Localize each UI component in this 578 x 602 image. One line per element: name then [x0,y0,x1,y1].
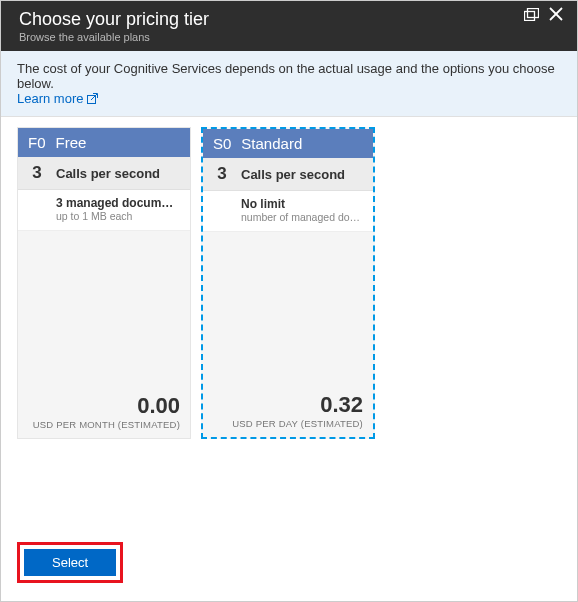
tier-code: S0 [213,135,231,152]
tier-detail: 3 managed documents up to 1 MB each [18,190,190,231]
tier-price-amount: 0.32 [213,392,363,418]
tier-list: F0 Free 3 Calls per second 3 managed doc… [1,117,577,439]
svg-line-5 [91,94,97,100]
tier-detail-secondary: number of managed docu... [241,211,363,223]
tier-header: S0 Standard [203,129,373,158]
info-banner: The cost of your Cognitive Services depe… [1,51,577,117]
tier-price: 0.00 USD PER MONTH (ESTIMATED) [18,387,190,438]
tier-card-s0[interactable]: S0 Standard 3 Calls per second No limit … [201,127,375,439]
tier-name: Standard [241,135,302,152]
external-link-icon [87,93,98,104]
tier-calls-label: Calls per second [241,167,345,182]
tier-detail: No limit number of managed docu... [203,191,373,232]
info-banner-text: The cost of your Cognitive Services depe… [17,61,555,91]
select-highlight: Select [17,542,123,583]
tier-spacer [203,232,373,386]
tier-calls-row: 3 Calls per second [203,158,373,191]
tier-detail-primary: 3 managed documents [56,196,180,210]
tier-price: 0.32 USD PER DAY (ESTIMATED) [203,386,373,437]
blade-header: Choose your pricing tier Browse the avai… [1,1,577,51]
restore-icon[interactable] [524,8,539,21]
tier-calls-label: Calls per second [56,166,160,181]
tier-code: F0 [28,134,46,151]
tier-price-caption: USD PER DAY (ESTIMATED) [213,418,363,429]
tier-calls-num: 3 [213,164,231,184]
header-controls [524,7,563,21]
tier-header: F0 Free [18,128,190,157]
tier-price-amount: 0.00 [28,393,180,419]
learn-more-label: Learn more [17,91,83,106]
blade-title: Choose your pricing tier [19,9,524,30]
tier-name: Free [56,134,87,151]
tier-calls-num: 3 [28,163,46,183]
svg-rect-1 [528,8,539,17]
tier-spacer [18,231,190,387]
svg-rect-0 [525,11,535,20]
tier-detail-primary: No limit [241,197,363,211]
footer: Select [1,530,577,601]
learn-more-link[interactable]: Learn more [17,91,98,106]
close-icon[interactable] [549,7,563,21]
header-text-block: Choose your pricing tier Browse the avai… [19,9,524,43]
content-fill [1,439,577,530]
tier-price-caption: USD PER MONTH (ESTIMATED) [28,419,180,430]
tier-calls-row: 3 Calls per second [18,157,190,190]
blade-subtitle: Browse the available plans [19,31,524,43]
tier-card-f0[interactable]: F0 Free 3 Calls per second 3 managed doc… [17,127,191,439]
tier-detail-secondary: up to 1 MB each [56,210,180,222]
select-button[interactable]: Select [24,549,116,576]
